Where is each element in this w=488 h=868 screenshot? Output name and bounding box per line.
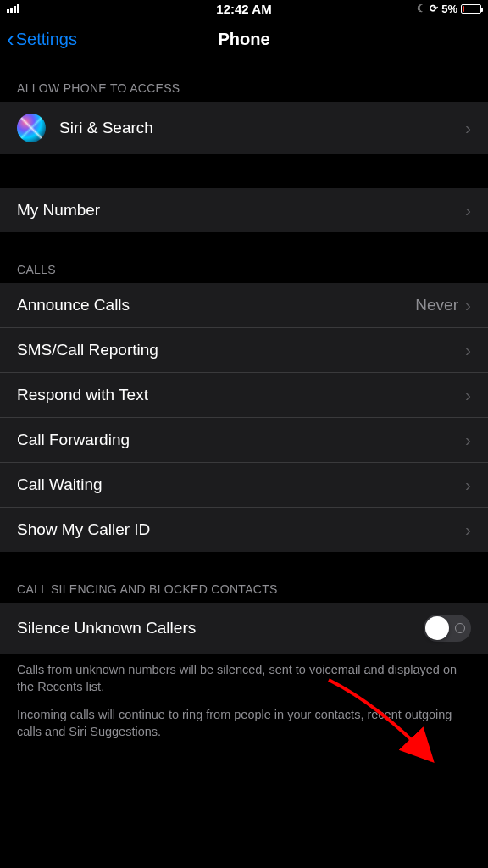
page-title: Phone bbox=[218, 30, 269, 49]
cell-respond-with-text[interactable]: Respond with Text › bbox=[0, 373, 488, 418]
cell-label: My Number bbox=[17, 201, 100, 220]
siri-icon bbox=[17, 114, 46, 142]
cell-silence-unknown-callers[interactable]: Silence Unknown Callers bbox=[0, 603, 488, 654]
chevron-right-icon: › bbox=[465, 430, 471, 450]
cell-call-waiting[interactable]: Call Waiting › bbox=[0, 463, 488, 508]
cell-sms-call-reporting[interactable]: SMS/Call Reporting › bbox=[0, 328, 488, 373]
status-right: ☾ ⟳ 5% bbox=[417, 3, 481, 15]
nav-bar: ‹ Settings Phone bbox=[0, 17, 488, 61]
footer-text-2: Incoming calls will continue to ring fro… bbox=[0, 704, 488, 748]
chevron-right-icon: › bbox=[465, 118, 471, 138]
chevron-right-icon: › bbox=[465, 200, 471, 220]
rotation-lock-icon: ⟳ bbox=[430, 3, 438, 14]
cell-my-number[interactable]: My Number › bbox=[0, 188, 488, 232]
signal-icon bbox=[7, 4, 19, 13]
section-header-calls: CALLS bbox=[0, 232, 488, 283]
cell-show-caller-id[interactable]: Show My Caller ID › bbox=[0, 508, 488, 552]
toggle-silence-unknown[interactable] bbox=[424, 615, 471, 642]
status-bar: 12:42 AM ☾ ⟳ 5% bbox=[0, 0, 488, 17]
section-gap bbox=[0, 154, 488, 188]
battery-percent: 5% bbox=[441, 3, 458, 15]
cell-label: Silence Unknown Callers bbox=[17, 619, 196, 637]
toggle-off-indicator-icon bbox=[455, 623, 465, 633]
dnd-moon-icon: ☾ bbox=[417, 3, 426, 14]
status-time: 12:42 AM bbox=[216, 2, 271, 16]
cell-announce-calls[interactable]: Announce Calls Never › bbox=[0, 283, 488, 328]
back-button[interactable]: ‹ Settings bbox=[7, 26, 77, 53]
chevron-right-icon: › bbox=[465, 340, 471, 360]
chevron-right-icon: › bbox=[465, 295, 471, 315]
battery-icon bbox=[461, 4, 481, 14]
chevron-right-icon: › bbox=[465, 520, 471, 540]
cell-label: Respond with Text bbox=[17, 386, 148, 404]
section-header-allow-access: ALLOW PHONE TO ACCESS bbox=[0, 61, 488, 102]
cell-value: Never bbox=[415, 296, 465, 314]
toggle-knob bbox=[425, 616, 449, 640]
cell-label: Call Waiting bbox=[17, 476, 103, 494]
cell-label: SMS/Call Reporting bbox=[17, 341, 158, 359]
chevron-right-icon: › bbox=[465, 475, 471, 495]
cell-label: Show My Caller ID bbox=[17, 520, 150, 539]
cell-call-forwarding[interactable]: Call Forwarding › bbox=[0, 418, 488, 463]
cell-siri-search[interactable]: Siri & Search › bbox=[0, 102, 488, 154]
cell-label: Announce Calls bbox=[17, 296, 130, 314]
cell-label: Call Forwarding bbox=[17, 431, 130, 449]
footer-text-1: Calls from unknown numbers will be silen… bbox=[0, 654, 488, 704]
chevron-right-icon: › bbox=[465, 385, 471, 405]
back-label: Settings bbox=[16, 30, 77, 49]
section-header-silencing: CALL SILENCING AND BLOCKED CONTACTS bbox=[0, 552, 488, 603]
cell-label: Siri & Search bbox=[59, 119, 153, 137]
chevron-left-icon: ‹ bbox=[7, 26, 14, 53]
status-left bbox=[7, 4, 19, 13]
